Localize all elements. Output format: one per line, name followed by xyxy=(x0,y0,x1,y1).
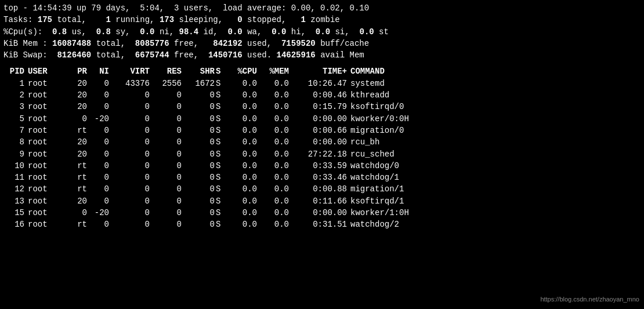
cell-cpu-11: 0.0 xyxy=(227,207,259,219)
cell-mem-12: 0.0 xyxy=(259,219,291,230)
table-row: 5 root 0 -20 0 0 0 S 0.0 0.0 0:00.00 kwo… xyxy=(3,113,641,125)
cell-mem-4: 0.0 xyxy=(259,125,291,136)
cell-user-8: root xyxy=(27,172,67,183)
cell-time-1: 0:00.46 xyxy=(291,89,349,101)
col-header-pr: PR xyxy=(67,66,89,77)
cell-user-0: root xyxy=(27,78,67,89)
cell-cpu-6: 0.0 xyxy=(227,148,259,160)
cell-time-8: 0:33.46 xyxy=(291,172,349,183)
cell-pid-8: 11 xyxy=(3,172,27,183)
tasks-total: 175 xyxy=(38,15,52,24)
cell-shr-10: 0 xyxy=(184,195,216,207)
cell-pid-9: 12 xyxy=(3,183,27,195)
cell-cpu-0: 0.0 xyxy=(227,78,259,89)
table-row: 1 root 20 0 43376 2556 1672 S 0.0 0.0 10… xyxy=(3,78,641,89)
cell-cmd-11: kworker/1:0H xyxy=(349,207,641,219)
cell-pid-4: 7 xyxy=(3,125,27,136)
cell-cpu-12: 0.0 xyxy=(227,219,259,230)
cell-shr-3: 0 xyxy=(184,113,216,125)
cell-mem-11: 0.0 xyxy=(259,207,291,219)
cell-s-9: S xyxy=(216,183,227,195)
col-header-cmd: COMMAND xyxy=(349,66,641,77)
cell-ni-11: -20 xyxy=(89,207,111,219)
header-line-4: KiB Mem : 16087488 total, 8085776 free, … xyxy=(3,38,641,49)
cell-ni-7: 0 xyxy=(89,160,111,172)
table-row: 8 root 20 0 0 0 0 S 0.0 0.0 0:00.00 rcu_… xyxy=(3,136,641,148)
cell-pr-12: rt xyxy=(67,219,89,230)
cell-virt-8: 0 xyxy=(111,172,152,183)
cell-pr-5: 20 xyxy=(67,136,89,148)
cell-user-2: root xyxy=(27,101,67,112)
cell-user-1: root xyxy=(27,89,67,101)
cell-mem-0: 0.0 xyxy=(259,78,291,89)
cell-cpu-4: 0.0 xyxy=(227,125,259,136)
cell-pid-11: 15 xyxy=(3,207,27,219)
cell-cpu-9: 0.0 xyxy=(227,183,259,195)
cell-pr-10: 20 xyxy=(67,195,89,207)
cell-virt-5: 0 xyxy=(111,136,152,148)
cell-res-12: 0 xyxy=(152,219,184,230)
cell-s-0: S xyxy=(216,78,227,89)
cell-cmd-3: kworker/0:0H xyxy=(349,113,641,125)
col-header-user: USER xyxy=(27,66,67,77)
cell-pr-2: 20 xyxy=(67,101,89,112)
cell-res-4: 0 xyxy=(152,125,184,136)
cell-virt-10: 0 xyxy=(111,195,152,207)
tasks-zombie: 1 xyxy=(301,15,306,24)
cell-ni-1: 0 xyxy=(89,89,111,101)
cell-shr-6: 0 xyxy=(184,148,216,160)
cell-cpu-10: 0.0 xyxy=(227,195,259,207)
cell-s-1: S xyxy=(216,89,227,101)
cell-pr-1: 20 xyxy=(67,89,89,101)
cell-cpu-7: 0.0 xyxy=(227,160,259,172)
header-line-2: Tasks: 175 total, 1 running, 173 sleepin… xyxy=(3,14,641,26)
cell-cmd-12: watchdog/2 xyxy=(349,219,641,230)
cell-time-12: 0:31.51 xyxy=(291,219,349,230)
cell-pr-7: rt xyxy=(67,160,89,172)
cell-pr-6: 20 xyxy=(67,148,89,160)
col-header-shr: SHR xyxy=(184,66,216,77)
tasks-stopped: 0 xyxy=(237,15,242,24)
cell-pid-3: 5 xyxy=(3,113,27,125)
cell-pid-0: 1 xyxy=(3,78,27,89)
cell-user-3: root xyxy=(27,113,67,125)
cell-mem-2: 0.0 xyxy=(259,101,291,112)
col-header-mem: %MEM xyxy=(259,66,291,77)
cell-res-3: 0 xyxy=(152,113,184,125)
table-row: 11 root rt 0 0 0 0 S 0.0 0.0 0:33.46 wat… xyxy=(3,172,641,183)
cell-time-6: 27:22.18 xyxy=(291,148,349,160)
cell-ni-8: 0 xyxy=(89,172,111,183)
cell-virt-1: 0 xyxy=(111,89,152,101)
cell-pid-1: 2 xyxy=(3,89,27,101)
cell-virt-6: 0 xyxy=(111,148,152,160)
cell-mem-5: 0.0 xyxy=(259,136,291,148)
cell-cmd-5: rcu_bh xyxy=(349,136,641,148)
cell-mem-7: 0.0 xyxy=(259,160,291,172)
cell-time-0: 10:26.47 xyxy=(291,78,349,89)
process-table-header: PID USER PR NI VIRT RES SHR S %CPU %MEM … xyxy=(3,66,641,77)
cell-ni-12: 0 xyxy=(89,219,111,230)
cell-ni-2: 0 xyxy=(89,101,111,112)
cell-pid-5: 8 xyxy=(3,136,27,148)
cell-virt-12: 0 xyxy=(111,219,152,230)
cell-user-6: root xyxy=(27,148,67,160)
cell-s-3: S xyxy=(216,113,227,125)
cell-res-8: 0 xyxy=(152,172,184,183)
cell-res-1: 0 xyxy=(152,89,184,101)
cell-cmd-9: migration/1 xyxy=(349,183,641,195)
cell-s-4: S xyxy=(216,125,227,136)
cell-mem-8: 0.0 xyxy=(259,172,291,183)
cell-virt-11: 0 xyxy=(111,207,152,219)
col-header-cpu: %CPU xyxy=(227,66,259,77)
terminal-window: top - 14:54:39 up 79 days, 5:04, 3 users… xyxy=(3,2,641,231)
header-line-1: top - 14:54:39 up 79 days, 5:04, 3 users… xyxy=(3,2,641,14)
cell-res-0: 2556 xyxy=(152,78,184,89)
table-row: 15 root 0 -20 0 0 0 S 0.0 0.0 0:00.00 kw… xyxy=(3,207,641,219)
cell-res-5: 0 xyxy=(152,136,184,148)
cell-shr-12: 0 xyxy=(184,219,216,230)
table-row: 12 root rt 0 0 0 0 S 0.0 0.0 0:00.88 mig… xyxy=(3,183,641,195)
cell-pr-3: 0 xyxy=(67,113,89,125)
cell-shr-4: 0 xyxy=(184,125,216,136)
cell-time-5: 0:00.00 xyxy=(291,136,349,148)
cell-s-12: S xyxy=(216,219,227,230)
